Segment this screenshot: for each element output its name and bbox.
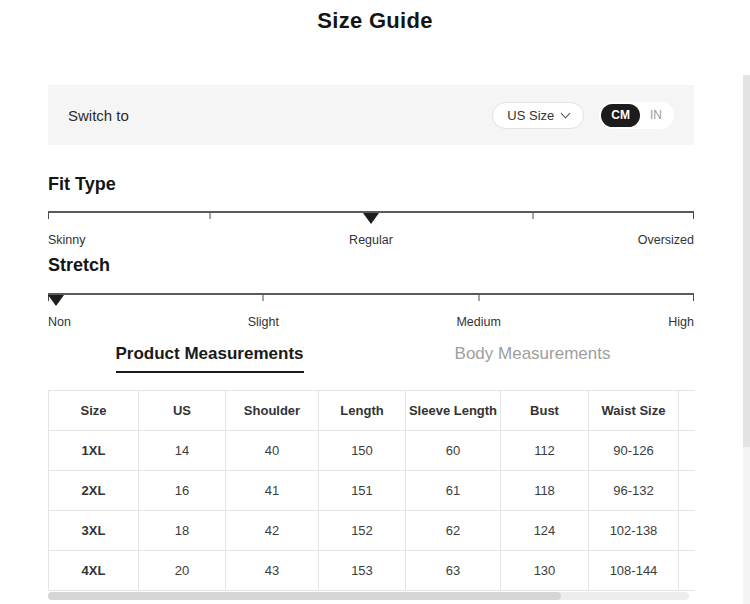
table-cell: 43 xyxy=(226,551,319,591)
table-cell: 130 xyxy=(501,551,589,591)
table-cell: 41 xyxy=(226,471,319,511)
slider-tick xyxy=(263,295,264,301)
tab-product-measurements[interactable]: Product Measurements xyxy=(48,344,371,373)
slider-track xyxy=(48,293,694,295)
fit-type-slider: SkinnyRegularOversized xyxy=(48,211,694,253)
table-cell: 96-132 xyxy=(589,471,679,511)
slider-label: Oversized xyxy=(638,233,694,247)
size-guide-panel: Size Guide Switch to US Size CM IN Fit T… xyxy=(0,0,750,604)
fit-type-heading: Fit Type xyxy=(48,174,116,195)
slider-marker xyxy=(48,295,64,306)
table-cell: 42 xyxy=(226,511,319,551)
table-header-cell: Sleeve Length xyxy=(406,391,501,431)
vertical-scrollbar-thumb[interactable] xyxy=(743,75,750,447)
size-standard-dropdown[interactable]: US Size xyxy=(492,102,584,129)
slider-label: Medium xyxy=(456,315,500,329)
table-header-row: SizeUSShoulderLengthSleeve LengthBustWai… xyxy=(49,391,696,431)
table-cell-clipped xyxy=(679,471,696,511)
table-cell: 108-144 xyxy=(589,551,679,591)
horizontal-scrollbar-thumb[interactable] xyxy=(48,592,561,600)
table-header-cell: Shoulder xyxy=(226,391,319,431)
table-wrap: SizeUSShoulderLengthSleeve LengthBustWai… xyxy=(48,390,695,591)
slider-label: Regular xyxy=(349,233,393,247)
size-cell: 1XL xyxy=(49,431,139,471)
vertical-scrollbar[interactable] xyxy=(743,75,750,604)
stretch-heading: Stretch xyxy=(48,255,110,276)
measurement-tabs: Product Measurements Body Measurements xyxy=(48,344,694,373)
table-cell: 16 xyxy=(139,471,226,511)
table-header-cell: Waist Size xyxy=(589,391,679,431)
table-cell: 20 xyxy=(139,551,226,591)
size-standard-value: US Size xyxy=(507,108,554,123)
unit-option-cm[interactable]: CM xyxy=(601,104,640,127)
table-cell: 153 xyxy=(319,551,406,591)
table-cell: 63 xyxy=(406,551,501,591)
size-cell: 4XL xyxy=(49,551,139,591)
slider-tick xyxy=(693,295,694,301)
slider-tick xyxy=(693,213,694,219)
slider-tick xyxy=(478,295,479,301)
table-cell: 61 xyxy=(406,471,501,511)
slider-tick xyxy=(532,213,533,219)
table-cell: 151 xyxy=(319,471,406,511)
table-header-cell: Length xyxy=(319,391,406,431)
chevron-down-icon xyxy=(561,108,571,118)
table-cell: 112 xyxy=(501,431,589,471)
unit-toggle: CM IN xyxy=(599,102,674,129)
switch-bar: Switch to US Size CM IN xyxy=(48,85,694,145)
table-cell: 90-126 xyxy=(589,431,679,471)
table-row: 4XL204315363130108-144 xyxy=(49,551,696,591)
measurements-table: SizeUSShoulderLengthSleeve LengthBustWai… xyxy=(48,390,695,591)
table-cell: 150 xyxy=(319,431,406,471)
table-cell: 40 xyxy=(226,431,319,471)
slider-tick xyxy=(209,213,210,219)
table-row: 3XL184215262124102-138 xyxy=(49,511,696,551)
size-cell: 2XL xyxy=(49,471,139,511)
table-cell-clipped xyxy=(679,551,696,591)
slider-tick xyxy=(48,213,49,219)
table-cell: 102-138 xyxy=(589,511,679,551)
table-cell: 118 xyxy=(501,471,589,511)
page-title: Size Guide xyxy=(0,8,750,34)
size-cell: 3XL xyxy=(49,511,139,551)
bar-controls: US Size CM IN xyxy=(492,102,674,129)
slider-marker xyxy=(363,213,379,224)
table-header-cell: Bust xyxy=(501,391,589,431)
table-header-cell-clipped xyxy=(679,391,696,431)
horizontal-scrollbar[interactable] xyxy=(48,592,689,600)
slider-label: Slight xyxy=(248,315,279,329)
slider-label: Skinny xyxy=(48,233,86,247)
table-cell: 14 xyxy=(139,431,226,471)
table-cell: 152 xyxy=(319,511,406,551)
table-row: 2XL16411516111896-132 xyxy=(49,471,696,511)
table-cell: 18 xyxy=(139,511,226,551)
stretch-slider: NonSlightMediumHigh xyxy=(48,293,694,335)
table-header-cell: Size xyxy=(49,391,139,431)
table-header-cell: US xyxy=(139,391,226,431)
table-cell-clipped xyxy=(679,431,696,471)
slider-label: High xyxy=(668,315,694,329)
tab-body-measurements[interactable]: Body Measurements xyxy=(371,344,694,373)
table-cell: 124 xyxy=(501,511,589,551)
table-cell-clipped xyxy=(679,511,696,551)
table-row: 1XL14401506011290-126 xyxy=(49,431,696,471)
slider-label: Non xyxy=(48,315,71,329)
table-cell: 60 xyxy=(406,431,501,471)
table-cell: 62 xyxy=(406,511,501,551)
switch-to-label: Switch to xyxy=(68,107,129,124)
unit-option-in[interactable]: IN xyxy=(640,104,672,127)
